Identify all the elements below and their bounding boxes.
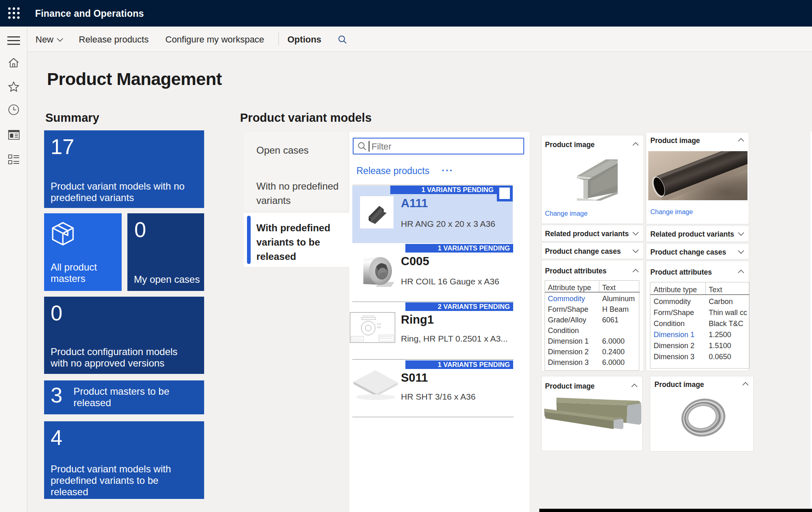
svg-text:1.5: 1.5	[377, 323, 381, 325]
svg-text:0.5: 0.5	[377, 326, 381, 329]
